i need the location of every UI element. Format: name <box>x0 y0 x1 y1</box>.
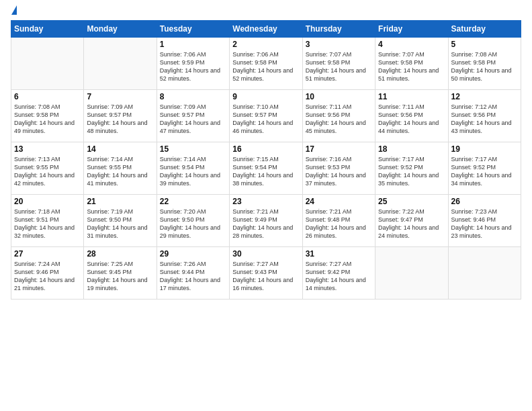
day-info: Sunrise: 7:12 AMSunset: 9:56 PMDaylight:… <box>451 103 518 136</box>
calendar-day-cell: 10Sunrise: 7:11 AMSunset: 9:56 PMDayligh… <box>302 90 375 142</box>
day-number: 8 <box>160 92 226 101</box>
day-info: Sunrise: 7:24 AMSunset: 9:46 PMDaylight:… <box>14 260 81 293</box>
day-info: Sunrise: 7:20 AMSunset: 9:50 PMDaylight:… <box>160 208 226 240</box>
day-info: Sunrise: 7:14 AMSunset: 9:54 PMDaylight:… <box>160 155 226 188</box>
day-info: Sunrise: 7:07 AMSunset: 9:58 PMDaylight:… <box>306 50 372 83</box>
day-number: 6 <box>14 92 81 101</box>
calendar-day-cell: 31Sunrise: 7:27 AMSunset: 9:42 PMDayligh… <box>302 247 375 300</box>
calendar-day-cell: 28Sunrise: 7:25 AMSunset: 9:45 PMDayligh… <box>84 247 157 300</box>
calendar-day-cell: 12Sunrise: 7:12 AMSunset: 9:56 PMDayligh… <box>448 90 521 142</box>
calendar-day-cell: 7Sunrise: 7:09 AMSunset: 9:57 PMDaylight… <box>84 90 157 142</box>
day-info: Sunrise: 7:27 AMSunset: 9:42 PMDaylight:… <box>306 260 372 293</box>
calendar-day-cell: 17Sunrise: 7:16 AMSunset: 9:53 PMDayligh… <box>302 142 375 195</box>
day-info: Sunrise: 7:10 AMSunset: 9:57 PMDaylight:… <box>232 103 299 136</box>
calendar-week-row: 20Sunrise: 7:18 AMSunset: 9:51 PMDayligh… <box>11 195 521 247</box>
day-info: Sunrise: 7:16 AMSunset: 9:53 PMDaylight:… <box>306 155 372 188</box>
day-info: Sunrise: 7:09 AMSunset: 9:57 PMDaylight:… <box>160 103 226 136</box>
day-info: Sunrise: 7:19 AMSunset: 9:50 PMDaylight:… <box>87 208 153 240</box>
day-number: 18 <box>378 144 445 154</box>
day-info: Sunrise: 7:23 AMSunset: 9:46 PMDaylight:… <box>451 208 518 240</box>
logo-triangle-icon <box>11 5 17 15</box>
calendar-day-cell: 15Sunrise: 7:14 AMSunset: 9:54 PMDayligh… <box>157 142 229 195</box>
day-info: Sunrise: 7:13 AMSunset: 9:55 PMDaylight:… <box>14 155 81 188</box>
day-number: 21 <box>87 197 153 206</box>
weekday-header-wednesday: Wednesday <box>230 21 302 38</box>
calendar-day-cell: 4Sunrise: 7:07 AMSunset: 9:58 PMDaylight… <box>375 38 448 90</box>
day-number: 29 <box>160 249 226 259</box>
day-number: 4 <box>378 40 445 49</box>
calendar-day-cell <box>448 247 521 300</box>
day-number: 2 <box>232 40 299 49</box>
day-number: 23 <box>232 197 299 206</box>
day-number: 14 <box>87 144 153 154</box>
day-info: Sunrise: 7:06 AMSunset: 9:59 PMDaylight:… <box>160 50 226 83</box>
calendar-day-cell: 27Sunrise: 7:24 AMSunset: 9:46 PMDayligh… <box>11 247 84 300</box>
day-number: 19 <box>451 144 518 154</box>
day-info: Sunrise: 7:21 AMSunset: 9:48 PMDaylight:… <box>306 208 372 240</box>
calendar-day-cell: 6Sunrise: 7:08 AMSunset: 9:58 PMDaylight… <box>11 90 84 142</box>
calendar-table: SundayMondayTuesdayWednesdayThursdayFrid… <box>11 20 521 300</box>
calendar-week-row: 1Sunrise: 7:06 AMSunset: 9:59 PMDaylight… <box>11 38 521 90</box>
weekday-header-thursday: Thursday <box>302 21 375 38</box>
day-number: 15 <box>160 144 226 154</box>
day-info: Sunrise: 7:26 AMSunset: 9:44 PMDaylight:… <box>160 260 226 293</box>
day-number: 20 <box>14 197 81 206</box>
day-info: Sunrise: 7:11 AMSunset: 9:56 PMDaylight:… <box>306 103 372 136</box>
weekday-header-tuesday: Tuesday <box>157 21 229 38</box>
day-info: Sunrise: 7:18 AMSunset: 9:51 PMDaylight:… <box>14 208 81 240</box>
calendar-day-cell: 13Sunrise: 7:13 AMSunset: 9:55 PMDayligh… <box>11 142 84 195</box>
day-number: 11 <box>378 92 445 101</box>
day-info: Sunrise: 7:08 AMSunset: 9:58 PMDaylight:… <box>14 103 81 136</box>
calendar-day-cell: 21Sunrise: 7:19 AMSunset: 9:50 PMDayligh… <box>84 195 157 247</box>
day-number: 27 <box>14 249 81 259</box>
day-info: Sunrise: 7:06 AMSunset: 9:58 PMDaylight:… <box>232 50 299 83</box>
calendar-header-row: SundayMondayTuesdayWednesdayThursdayFrid… <box>11 21 521 38</box>
day-number: 25 <box>378 197 445 206</box>
day-number: 28 <box>87 249 153 259</box>
calendar-day-cell: 16Sunrise: 7:15 AMSunset: 9:54 PMDayligh… <box>230 142 302 195</box>
page: SundayMondayTuesdayWednesdayThursdayFrid… <box>0 0 532 411</box>
calendar-day-cell <box>11 38 84 90</box>
logo <box>11 8 17 15</box>
weekday-header-monday: Monday <box>84 21 157 38</box>
day-info: Sunrise: 7:11 AMSunset: 9:56 PMDaylight:… <box>378 103 445 136</box>
day-info: Sunrise: 7:14 AMSunset: 9:55 PMDaylight:… <box>87 155 153 188</box>
day-number: 9 <box>232 92 299 101</box>
calendar-day-cell: 22Sunrise: 7:20 AMSunset: 9:50 PMDayligh… <box>157 195 229 247</box>
calendar-week-row: 13Sunrise: 7:13 AMSunset: 9:55 PMDayligh… <box>11 142 521 195</box>
day-number: 22 <box>160 197 226 206</box>
calendar-day-cell: 18Sunrise: 7:17 AMSunset: 9:52 PMDayligh… <box>375 142 448 195</box>
day-info: Sunrise: 7:07 AMSunset: 9:58 PMDaylight:… <box>378 50 445 83</box>
weekday-header-friday: Friday <box>375 21 448 38</box>
day-number: 12 <box>451 92 518 101</box>
day-number: 30 <box>232 249 299 259</box>
calendar-day-cell: 20Sunrise: 7:18 AMSunset: 9:51 PMDayligh… <box>11 195 84 247</box>
day-info: Sunrise: 7:17 AMSunset: 9:52 PMDaylight:… <box>378 155 445 188</box>
calendar-day-cell: 3Sunrise: 7:07 AMSunset: 9:58 PMDaylight… <box>302 38 375 90</box>
calendar-day-cell: 8Sunrise: 7:09 AMSunset: 9:57 PMDaylight… <box>157 90 229 142</box>
day-number: 5 <box>451 40 518 49</box>
calendar-day-cell: 30Sunrise: 7:27 AMSunset: 9:43 PMDayligh… <box>230 247 302 300</box>
day-number: 3 <box>306 40 372 49</box>
weekday-header-sunday: Sunday <box>11 21 84 38</box>
day-number: 10 <box>306 92 372 101</box>
day-info: Sunrise: 7:15 AMSunset: 9:54 PMDaylight:… <box>232 155 299 188</box>
calendar-day-cell: 2Sunrise: 7:06 AMSunset: 9:58 PMDaylight… <box>230 38 302 90</box>
calendar-day-cell: 11Sunrise: 7:11 AMSunset: 9:56 PMDayligh… <box>375 90 448 142</box>
day-number: 31 <box>306 249 372 259</box>
calendar-day-cell: 23Sunrise: 7:21 AMSunset: 9:49 PMDayligh… <box>230 195 302 247</box>
day-number: 24 <box>306 197 372 206</box>
calendar-day-cell: 29Sunrise: 7:26 AMSunset: 9:44 PMDayligh… <box>157 247 229 300</box>
calendar-day-cell: 14Sunrise: 7:14 AMSunset: 9:55 PMDayligh… <box>84 142 157 195</box>
calendar-day-cell: 9Sunrise: 7:10 AMSunset: 9:57 PMDaylight… <box>230 90 302 142</box>
calendar-day-cell: 25Sunrise: 7:22 AMSunset: 9:47 PMDayligh… <box>375 195 448 247</box>
weekday-header-saturday: Saturday <box>448 21 521 38</box>
day-number: 17 <box>306 144 372 154</box>
day-info: Sunrise: 7:27 AMSunset: 9:43 PMDaylight:… <box>232 260 299 293</box>
calendar-day-cell: 19Sunrise: 7:17 AMSunset: 9:52 PMDayligh… <box>448 142 521 195</box>
calendar-day-cell: 26Sunrise: 7:23 AMSunset: 9:46 PMDayligh… <box>448 195 521 247</box>
day-info: Sunrise: 7:21 AMSunset: 9:49 PMDaylight:… <box>232 208 299 240</box>
calendar-day-cell: 1Sunrise: 7:06 AMSunset: 9:59 PMDaylight… <box>157 38 229 90</box>
calendar-week-row: 27Sunrise: 7:24 AMSunset: 9:46 PMDayligh… <box>11 247 521 300</box>
header <box>11 8 521 15</box>
